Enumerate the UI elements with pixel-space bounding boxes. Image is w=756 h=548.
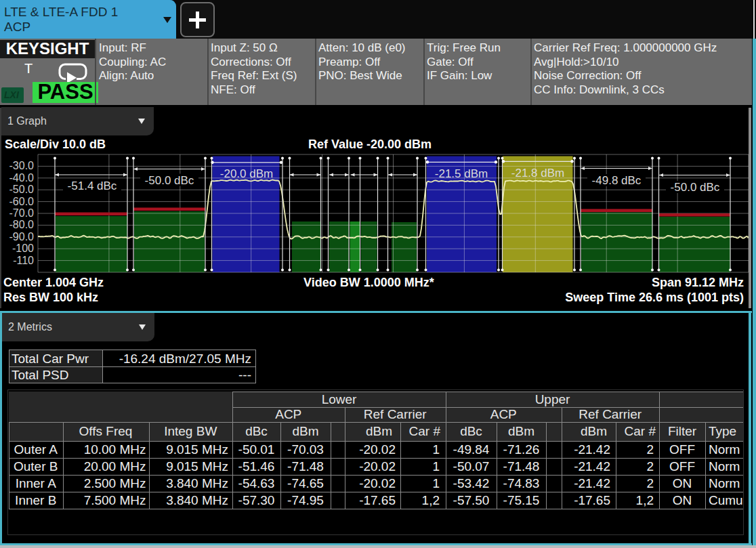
svg-text:-20.0 dBm: -20.0 dBm (220, 167, 273, 180)
svg-text:-21.8 dBm: -21.8 dBm (511, 167, 564, 180)
svg-text:-80.0: -80.0 (9, 219, 35, 230)
svg-text:-49.8 dBc: -49.8 dBc (592, 174, 642, 187)
svg-text:-60.0: -60.0 (9, 196, 35, 207)
svg-text:-70.0: -70.0 (9, 207, 35, 219)
svg-text:-90.0: -90.0 (9, 231, 35, 243)
svg-text:-100: -100 (12, 243, 34, 254)
svg-text:-21.5 dBm: -21.5 dBm (435, 167, 488, 180)
svg-text:-50.0 dBc: -50.0 dBc (671, 181, 720, 194)
svg-text:-50.0 dBc: -50.0 dBc (145, 174, 194, 187)
svg-text:-30.0: -30.0 (9, 160, 35, 171)
svg-text:-110: -110 (13, 255, 34, 266)
svg-text:-40.0: -40.0 (9, 172, 35, 184)
svg-text:-51.4 dBc: -51.4 dBc (68, 180, 117, 192)
svg-text:-50.0: -50.0 (9, 184, 35, 195)
